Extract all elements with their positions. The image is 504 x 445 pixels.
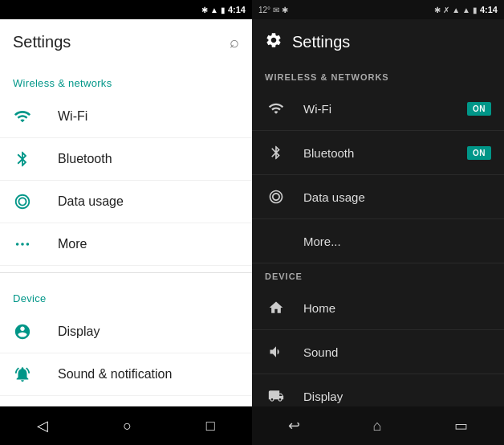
bt-icon-r: ✱ (434, 6, 441, 14)
app-title-right: Settings (292, 33, 350, 51)
status-bar-right: 12° ✉ ✱ ✱ ✗ ▲ ▲ ▮ 4:14 (252, 0, 504, 19)
wifi-icon-status-r: ▲ (452, 6, 460, 14)
status-bar-left: ✱ ▲ ▮ 4:14 (0, 0, 252, 19)
list-item-more-dark[interactable]: More... (252, 219, 504, 263)
bluetooth-icon-dark (265, 141, 287, 164)
wifi-icon (13, 107, 32, 126)
settings-list-left: Wireless & networks Wi-Fi Bluetooth (0, 64, 252, 406)
svg-point-1 (21, 243, 24, 246)
display-icon-dark (265, 385, 287, 406)
list-item-wifi-dark[interactable]: Wi-Fi ON (252, 87, 504, 131)
bt-icon-status: ✱ (201, 6, 208, 14)
back-button-left[interactable]: ◁ (21, 410, 64, 441)
display-icon (13, 322, 32, 341)
left-panel: ✱ ▲ ▮ 4:14 Settings ⌕ Wireless & network… (0, 0, 252, 445)
data-usage-label: Data usage (58, 194, 124, 209)
bluetooth-label: Bluetooth (58, 152, 112, 166)
wifi-label: Wi-Fi (58, 109, 87, 124)
signal-icon-status: ▲ (210, 6, 218, 14)
svg-point-0 (16, 243, 19, 246)
list-item-data-usage[interactable]: Data usage (0, 181, 252, 223)
data-usage-icon (13, 192, 32, 211)
bluetooth-icon (13, 149, 32, 169)
app-title-left: Settings (13, 33, 71, 51)
display-label-dark: Display (303, 390, 491, 403)
mute-icon: ✗ (443, 6, 449, 14)
more-label: More (58, 237, 87, 251)
section-header-device: Device (0, 280, 252, 311)
status-bt-right: ✱ (282, 6, 288, 14)
list-item-sound-notification[interactable]: Sound & notification (0, 353, 252, 396)
search-icon[interactable]: ⌕ (230, 33, 239, 51)
settings-list-right: WIRELESS & NETWORKS Wi-Fi ON Bluetooth O… (252, 64, 504, 406)
list-item-sound-dark[interactable]: Sound (252, 330, 504, 374)
status-icons-left: ✱ ▲ ▮ 4:14 (201, 5, 246, 14)
home-button-left[interactable]: ○ (107, 411, 148, 441)
sound-icon-dark (265, 341, 287, 363)
status-right-icons: ✱ ✗ ▲ ▲ ▮ 4:14 (434, 5, 498, 14)
list-item-wifi[interactable]: Wi-Fi (0, 96, 252, 138)
svg-point-2 (26, 243, 30, 246)
time-right: 4:14 (480, 5, 498, 14)
more-icon (13, 235, 32, 254)
nav-bar-left: ◁ ○ □ (0, 406, 252, 445)
more-icon-dark (265, 230, 287, 252)
home-label-dark: Home (303, 301, 491, 315)
more-label-dark: More... (303, 235, 491, 248)
section-divider (0, 272, 252, 273)
data-usage-label-dark: Data usage (303, 190, 491, 204)
battery-icon-status: ▮ (221, 6, 226, 14)
display-label: Display (58, 325, 100, 339)
home-icon-dark (265, 296, 287, 319)
list-item-display-dark[interactable]: Display (252, 374, 504, 406)
recent-button-right[interactable]: ▭ (441, 410, 481, 441)
list-item-display[interactable]: Display (0, 311, 252, 353)
section-header-wireless-dark: WIRELESS & NETWORKS (252, 64, 504, 87)
section-header-device-dark: DEVICE (252, 263, 504, 286)
wifi-icon-dark (265, 97, 287, 120)
data-usage-icon-dark (265, 186, 287, 208)
list-item-data-usage-dark[interactable]: Data usage (252, 175, 504, 219)
signal-icon-r: ▲ (462, 6, 470, 14)
time-left: 4:14 (228, 5, 246, 14)
right-panel: 12° ✉ ✱ ✱ ✗ ▲ ▲ ▮ 4:14 Settings WIRELESS… (252, 0, 504, 445)
battery-icon-r: ▮ (473, 6, 478, 14)
sound-notification-icon (13, 365, 32, 384)
sound-label-dark: Sound (303, 345, 491, 359)
list-item-home-dark[interactable]: Home (252, 286, 504, 330)
section-header-wireless: Wireless & networks (0, 64, 252, 96)
bluetooth-toggle[interactable]: ON (467, 146, 491, 160)
back-button-right[interactable]: ↩ (275, 410, 313, 441)
wifi-label-dark: Wi-Fi (303, 102, 451, 116)
recent-button-left[interactable]: □ (190, 411, 231, 441)
wifi-toggle[interactable]: ON (467, 102, 491, 116)
home-button-right[interactable]: ⌂ (360, 411, 395, 441)
status-msg: ✉ (273, 6, 279, 14)
app-bar-right: Settings (252, 19, 504, 64)
status-12: 12° (258, 6, 270, 14)
list-item-more[interactable]: More (0, 223, 252, 266)
bluetooth-label-dark: Bluetooth (303, 146, 451, 160)
sound-notification-label: Sound & notification (58, 367, 172, 382)
gear-icon (265, 31, 282, 53)
list-item-bluetooth[interactable]: Bluetooth (0, 138, 252, 181)
status-left-icons: 12° ✉ ✱ (258, 6, 288, 14)
list-item-bluetooth-dark[interactable]: Bluetooth ON (252, 131, 504, 175)
nav-bar-right: ↩ ⌂ ▭ (252, 406, 504, 445)
app-bar-left: Settings ⌕ (0, 19, 252, 64)
